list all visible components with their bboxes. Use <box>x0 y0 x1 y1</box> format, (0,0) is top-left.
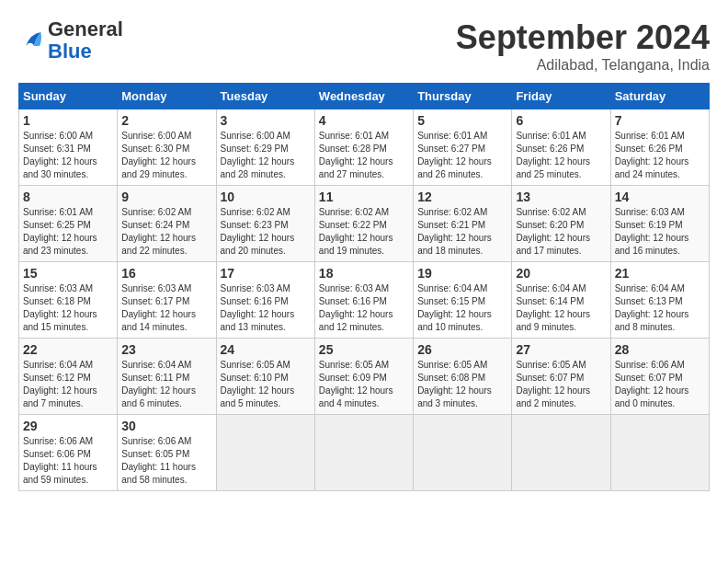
calendar-day-cell <box>216 415 314 491</box>
day-number: 12 <box>417 190 507 204</box>
day-number: 14 <box>615 190 705 204</box>
day-number: 2 <box>121 113 211 128</box>
day-info: Sunrise: 6:04 AMSunset: 6:11 PMDaylight:… <box>121 359 211 410</box>
day-number: 8 <box>23 190 113 204</box>
day-info: Sunrise: 6:03 AMSunset: 6:16 PMDaylight:… <box>319 282 409 334</box>
day-info: Sunrise: 6:03 AMSunset: 6:19 PMDaylight:… <box>615 206 705 258</box>
day-number: 22 <box>23 342 113 357</box>
day-number: 9 <box>121 190 211 204</box>
day-number: 29 <box>23 419 113 433</box>
day-number: 26 <box>417 342 507 357</box>
page-header: General Blue September 2024 Adilabad, Te… <box>18 18 710 74</box>
calendar-day-cell: 21Sunrise: 6:04 AMSunset: 6:13 PMDayligh… <box>610 262 709 339</box>
calendar-day-cell: 30Sunrise: 6:06 AMSunset: 6:05 PMDayligh… <box>118 415 216 491</box>
calendar-day-cell: 13Sunrise: 6:02 AMSunset: 6:20 PMDayligh… <box>512 186 610 262</box>
calendar-day-cell: 28Sunrise: 6:06 AMSunset: 6:07 PMDayligh… <box>610 339 709 415</box>
day-info: Sunrise: 6:02 AMSunset: 6:21 PMDaylight:… <box>417 206 507 258</box>
day-info: Sunrise: 6:06 AMSunset: 6:05 PMDaylight:… <box>121 435 211 487</box>
calendar-day-cell: 6Sunrise: 6:01 AMSunset: 6:26 PMDaylight… <box>512 109 610 186</box>
calendar-day-cell: 9Sunrise: 6:02 AMSunset: 6:24 PMDaylight… <box>118 186 216 262</box>
calendar-day-cell: 26Sunrise: 6:05 AMSunset: 6:08 PMDayligh… <box>414 339 512 415</box>
calendar-day-cell <box>314 415 413 491</box>
calendar-day-cell: 19Sunrise: 6:04 AMSunset: 6:15 PMDayligh… <box>414 262 512 339</box>
day-number: 30 <box>121 419 211 433</box>
day-info: Sunrise: 6:06 AMSunset: 6:07 PMDaylight:… <box>615 359 705 410</box>
calendar-day-cell: 29Sunrise: 6:06 AMSunset: 6:06 PMDayligh… <box>19 415 118 491</box>
day-info: Sunrise: 6:01 AMSunset: 6:26 PMDaylight:… <box>615 130 705 181</box>
calendar-day-cell: 27Sunrise: 6:05 AMSunset: 6:07 PMDayligh… <box>512 339 610 415</box>
calendar-day-cell: 14Sunrise: 6:03 AMSunset: 6:19 PMDayligh… <box>610 186 709 262</box>
day-info: Sunrise: 6:00 AMSunset: 6:31 PMDaylight:… <box>23 130 113 181</box>
day-info: Sunrise: 6:05 AMSunset: 6:10 PMDaylight:… <box>221 359 311 410</box>
day-number: 28 <box>615 342 705 357</box>
calendar-day-cell: 22Sunrise: 6:04 AMSunset: 6:12 PMDayligh… <box>19 339 118 415</box>
calendar-day-cell: 7Sunrise: 6:01 AMSunset: 6:26 PMDaylight… <box>610 109 709 186</box>
calendar-day-cell: 23Sunrise: 6:04 AMSunset: 6:11 PMDayligh… <box>118 339 216 415</box>
day-number: 11 <box>319 190 409 204</box>
calendar-day-cell: 16Sunrise: 6:03 AMSunset: 6:17 PMDayligh… <box>118 262 216 339</box>
calendar-week-row: 8Sunrise: 6:01 AMSunset: 6:25 PMDaylight… <box>19 186 710 262</box>
calendar-day-cell: 17Sunrise: 6:03 AMSunset: 6:16 PMDayligh… <box>216 262 314 339</box>
day-info: Sunrise: 6:04 AMSunset: 6:13 PMDaylight:… <box>615 282 705 334</box>
day-info: Sunrise: 6:03 AMSunset: 6:16 PMDaylight:… <box>221 282 311 334</box>
day-number: 19 <box>417 266 507 281</box>
day-info: Sunrise: 6:02 AMSunset: 6:22 PMDaylight:… <box>319 206 409 258</box>
calendar-day-cell: 12Sunrise: 6:02 AMSunset: 6:21 PMDayligh… <box>414 186 512 262</box>
logo-text: General Blue <box>48 18 123 63</box>
day-info: Sunrise: 6:04 AMSunset: 6:12 PMDaylight:… <box>23 359 113 410</box>
month-title: September 2024 <box>456 18 710 57</box>
calendar-day-cell: 8Sunrise: 6:01 AMSunset: 6:25 PMDaylight… <box>19 186 118 262</box>
day-of-week-header: Tuesday <box>216 84 314 109</box>
day-number: 16 <box>121 266 211 281</box>
day-info: Sunrise: 6:05 AMSunset: 6:09 PMDaylight:… <box>319 359 409 410</box>
calendar-day-cell: 18Sunrise: 6:03 AMSunset: 6:16 PMDayligh… <box>314 262 413 339</box>
calendar-week-row: 29Sunrise: 6:06 AMSunset: 6:06 PMDayligh… <box>19 415 710 491</box>
calendar-day-cell <box>610 415 709 491</box>
calendar-week-row: 22Sunrise: 6:04 AMSunset: 6:12 PMDayligh… <box>19 339 710 415</box>
day-info: Sunrise: 6:04 AMSunset: 6:15 PMDaylight:… <box>417 282 507 334</box>
calendar-table: SundayMondayTuesdayWednesdayThursdayFrid… <box>18 83 710 491</box>
day-info: Sunrise: 6:05 AMSunset: 6:08 PMDaylight:… <box>417 359 507 410</box>
day-number: 7 <box>615 113 705 128</box>
day-of-week-header: Thursday <box>414 84 512 109</box>
calendar-day-cell: 24Sunrise: 6:05 AMSunset: 6:10 PMDayligh… <box>216 339 314 415</box>
day-info: Sunrise: 6:01 AMSunset: 6:26 PMDaylight:… <box>516 130 606 181</box>
calendar-day-cell <box>512 415 610 491</box>
day-number: 24 <box>221 342 311 357</box>
day-number: 23 <box>121 342 211 357</box>
day-number: 27 <box>516 342 606 357</box>
calendar-week-row: 1Sunrise: 6:00 AMSunset: 6:31 PMDaylight… <box>19 109 710 186</box>
day-number: 1 <box>23 113 113 128</box>
day-info: Sunrise: 6:03 AMSunset: 6:18 PMDaylight:… <box>23 282 113 334</box>
day-number: 20 <box>516 266 606 281</box>
calendar-day-cell: 3Sunrise: 6:00 AMSunset: 6:29 PMDaylight… <box>216 109 314 186</box>
day-info: Sunrise: 6:05 AMSunset: 6:07 PMDaylight:… <box>516 359 606 410</box>
day-number: 13 <box>516 190 606 204</box>
title-block: September 2024 Adilabad, Telangana, Indi… <box>456 18 710 74</box>
calendar-day-cell: 1Sunrise: 6:00 AMSunset: 6:31 PMDaylight… <box>19 109 118 186</box>
day-info: Sunrise: 6:04 AMSunset: 6:14 PMDaylight:… <box>516 282 606 334</box>
calendar-day-cell <box>414 415 512 491</box>
calendar-week-row: 15Sunrise: 6:03 AMSunset: 6:18 PMDayligh… <box>19 262 710 339</box>
day-info: Sunrise: 6:02 AMSunset: 6:23 PMDaylight:… <box>221 206 311 258</box>
day-number: 10 <box>221 190 311 204</box>
day-of-week-header: Saturday <box>610 84 709 109</box>
day-info: Sunrise: 6:06 AMSunset: 6:06 PMDaylight:… <box>23 435 113 487</box>
location: Adilabad, Telangana, India <box>456 57 710 74</box>
logo-bird-icon <box>20 27 48 54</box>
calendar-day-cell: 5Sunrise: 6:01 AMSunset: 6:27 PMDaylight… <box>414 109 512 186</box>
day-info: Sunrise: 6:01 AMSunset: 6:28 PMDaylight:… <box>319 130 409 181</box>
calendar-day-cell: 11Sunrise: 6:02 AMSunset: 6:22 PMDayligh… <box>314 186 413 262</box>
day-number: 21 <box>615 266 705 281</box>
day-info: Sunrise: 6:02 AMSunset: 6:24 PMDaylight:… <box>121 206 211 258</box>
calendar-day-cell: 2Sunrise: 6:00 AMSunset: 6:30 PMDaylight… <box>118 109 216 186</box>
day-info: Sunrise: 6:03 AMSunset: 6:17 PMDaylight:… <box>121 282 211 334</box>
calendar-header-row: SundayMondayTuesdayWednesdayThursdayFrid… <box>19 84 710 109</box>
day-of-week-header: Wednesday <box>314 84 413 109</box>
day-number: 4 <box>319 113 409 128</box>
day-info: Sunrise: 6:01 AMSunset: 6:25 PMDaylight:… <box>23 206 113 258</box>
day-number: 18 <box>319 266 409 281</box>
day-of-week-header: Friday <box>512 84 610 109</box>
day-info: Sunrise: 6:00 AMSunset: 6:30 PMDaylight:… <box>121 130 211 181</box>
day-number: 17 <box>221 266 311 281</box>
